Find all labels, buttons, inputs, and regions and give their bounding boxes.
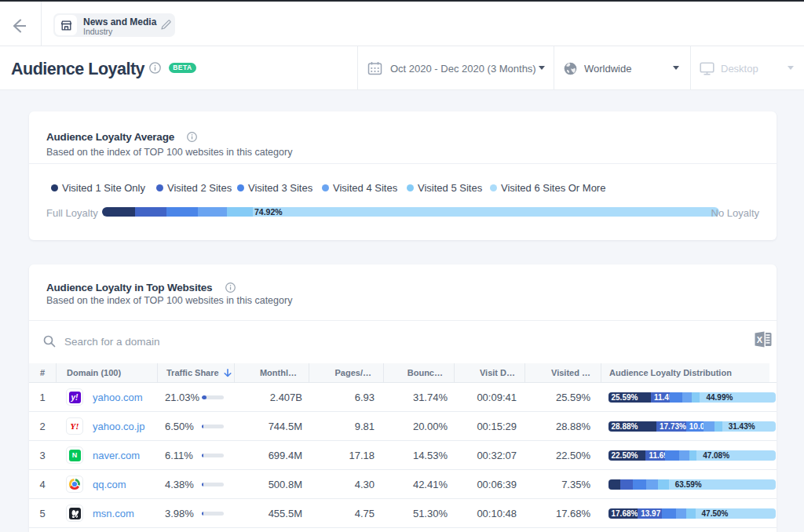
svg-text:X: X (757, 335, 763, 344)
